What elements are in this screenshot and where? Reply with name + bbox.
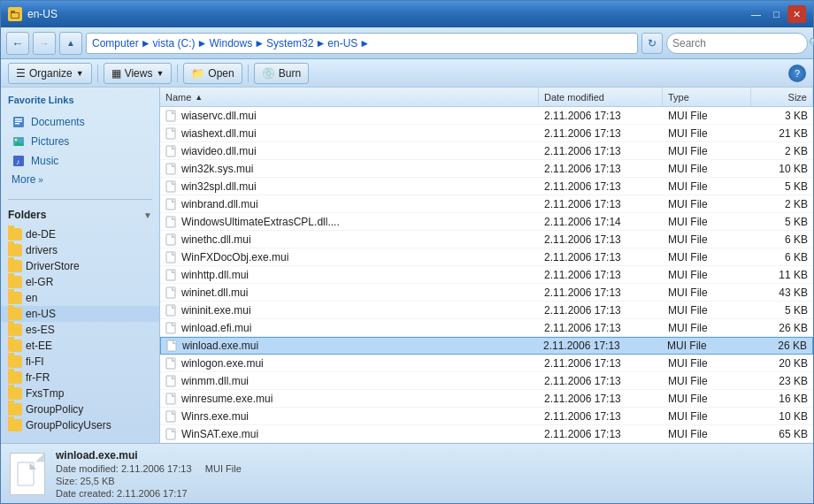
file-icon: [165, 110, 178, 122]
file-row[interactable]: WindowsUltimateExtrasCPL.dll.... 2.11.20…: [160, 213, 813, 231]
refresh-button[interactable]: ↻: [641, 33, 663, 54]
file-row[interactable]: win32k.sys.mui 2.11.2006 17:13 MUI File …: [160, 160, 813, 178]
title-bar: en-US — □ ✕: [1, 1, 813, 27]
file-row[interactable]: wiashext.dll.mui 2.11.2006 17:13 MUI Fil…: [160, 125, 813, 142]
file-date-cell: 2.11.2006 17:13: [539, 110, 663, 122]
maximize-button[interactable]: □: [767, 5, 786, 23]
folder-label: GroupPolicyUsers: [26, 419, 111, 431]
file-row[interactable]: wininet.dll.mui 2.11.2006 17:13 MUI File…: [160, 284, 813, 302]
file-type-cell: MUI File: [663, 127, 751, 140]
file-name-cell: wininet.dll.mui: [160, 286, 539, 299]
sidebar-item-music[interactable]: ♪ Music: [8, 151, 152, 171]
file-date-cell: 2.11.2006 17:13: [539, 357, 663, 370]
minimize-button[interactable]: —: [747, 5, 765, 23]
svg-rect-24: [166, 217, 175, 227]
file-icon: [165, 269, 178, 281]
svg-rect-6: [15, 123, 19, 125]
col-header-name[interactable]: Name ▲: [160, 88, 539, 106]
file-icon: [165, 251, 178, 263]
file-type-cell: MUI File: [663, 198, 751, 210]
svg-rect-16: [166, 146, 175, 157]
file-name-cell: winbrand.dll.mui: [160, 198, 539, 210]
file-name-cell: Winrs.exe.mui: [160, 410, 539, 423]
open-button[interactable]: 📁 Open: [183, 63, 242, 84]
folder-item-el-gr[interactable]: el-GR: [1, 274, 159, 290]
file-row[interactable]: WinSAT.exe.mui 2.11.2006 17:13 MUI File …: [160, 425, 813, 443]
organize-button[interactable]: ☰ Organize ▼: [8, 63, 92, 84]
path-system32[interactable]: System32: [266, 37, 313, 50]
svg-rect-48: [166, 429, 175, 439]
folder-item-drivers[interactable]: drivers: [1, 242, 159, 258]
organize-icon: ☰: [16, 67, 26, 80]
file-row[interactable]: WinFXDocObj.exe.mui 2.11.2006 17:13 MUI …: [160, 248, 813, 266]
file-row[interactable]: winhttp.dll.mui 2.11.2006 17:13 MUI File…: [160, 266, 813, 284]
address-path[interactable]: Computer ► vista (C:) ► Windows ► System…: [86, 33, 638, 54]
file-type-cell: MUI File: [663, 163, 751, 175]
file-date-cell: 2.11.2006 17:13: [539, 233, 663, 246]
svg-rect-34: [166, 305, 175, 316]
file-name: winload.efi.mui: [181, 322, 251, 334]
folder-item-fi-fi[interactable]: fi-FI: [1, 354, 159, 370]
toolbar-separator-1: [97, 65, 98, 82]
folder-icon: [8, 292, 22, 304]
up-button[interactable]: ▲: [59, 32, 82, 55]
folder-item-et-ee[interactable]: et-EE: [1, 338, 159, 354]
title-bar-left: en-US: [8, 7, 58, 21]
music-icon: ♪: [12, 154, 26, 168]
file-row[interactable]: winresume.exe.mui 2.11.2006 17:13 MUI Fi…: [160, 390, 813, 408]
file-type-cell: MUI File: [663, 357, 751, 370]
back-button[interactable]: ←: [6, 32, 29, 55]
folder-item-fr-fr[interactable]: fr-FR: [1, 370, 159, 386]
file-type-cell: MUI File: [663, 269, 751, 281]
folder-item-fxstmp[interactable]: FxsTmp: [1, 386, 159, 401]
file-row[interactable]: win32spl.dll.mui 2.11.2006 17:13 MUI Fil…: [160, 178, 813, 195]
svg-rect-44: [166, 393, 175, 404]
file-size-cell: 20 KB: [751, 357, 813, 370]
file-row[interactable]: wiaservc.dll.mui 2.11.2006 17:13 MUI Fil…: [160, 107, 813, 125]
col-header-type[interactable]: Type: [663, 88, 751, 106]
folder-item-grouppolicyusers[interactable]: GroupPolicyUsers: [1, 417, 159, 433]
search-input[interactable]: [672, 37, 805, 50]
file-name: winmm.dll.mui: [181, 375, 249, 387]
sidebar-item-pictures[interactable]: Pictures: [8, 132, 152, 151]
path-windows[interactable]: Windows: [209, 37, 252, 50]
file-row[interactable]: winload.efi.mui 2.11.2006 17:13 MUI File…: [160, 319, 813, 337]
path-computer[interactable]: Computer: [92, 37, 139, 50]
file-row[interactable]: winbrand.dll.mui 2.11.2006 17:13 MUI Fil…: [160, 195, 813, 213]
folder-item-en[interactable]: en: [1, 290, 159, 306]
folder-icon: [8, 244, 22, 256]
folders-header[interactable]: Folders ▼: [1, 203, 159, 225]
close-button[interactable]: ✕: [787, 5, 806, 23]
file-row[interactable]: Winrs.exe.mui 2.11.2006 17:13 MUI File 1…: [160, 408, 813, 425]
file-row[interactable]: wiavideo.dll.mui 2.11.2006 17:13 MUI Fil…: [160, 142, 813, 160]
file-row[interactable]: wininit.exe.mui 2.11.2006 17:13 MUI File…: [160, 302, 813, 319]
forward-button[interactable]: →: [33, 32, 56, 55]
file-row[interactable]: winethc.dll.mui 2.11.2006 17:13 MUI File…: [160, 231, 813, 248]
file-icon: [165, 410, 178, 423]
views-button[interactable]: ▦ Views ▼: [104, 63, 173, 84]
file-name-cell: winresume.exe.mui: [160, 393, 539, 405]
path-drive[interactable]: vista (C:): [153, 37, 196, 50]
file-row[interactable]: winlogon.exe.mui 2.11.2006 17:13 MUI Fil…: [160, 355, 813, 372]
toolbar: ☰ Organize ▼ ▦ Views ▼ 📁 Open 💿 Burn ?: [1, 59, 813, 88]
folder-item-grouppolicy[interactable]: GroupPolicy: [1, 401, 159, 417]
folder-item-en-us[interactable]: en-US: [1, 306, 159, 322]
folder-item-de-de[interactable]: de-DE: [1, 226, 159, 242]
music-label: Music: [31, 155, 58, 167]
sidebar-item-documents[interactable]: Documents: [8, 112, 152, 132]
col-header-date[interactable]: Date modified: [539, 88, 663, 106]
folder-item-driverstore[interactable]: DriverStore: [1, 258, 159, 274]
svg-rect-18: [166, 164, 175, 174]
help-button[interactable]: ?: [788, 65, 806, 82]
file-name: win32k.sys.mui: [181, 163, 253, 175]
file-date-cell: 2.11.2006 17:13: [539, 375, 663, 387]
status-type-label: MUI File: [205, 463, 242, 474]
file-row[interactable]: winload.exe.mui 2.11.2006 17:13 MUI File…: [160, 337, 813, 355]
folder-item-es-es[interactable]: es-ES: [1, 322, 159, 338]
file-row[interactable]: winmm.dll.mui 2.11.2006 17:13 MUI File 2…: [160, 372, 813, 390]
burn-button[interactable]: 💿 Burn: [254, 63, 309, 84]
more-link[interactable]: More »: [8, 171, 152, 188]
col-header-size[interactable]: Size: [751, 88, 813, 106]
path-en-us[interactable]: en-US: [327, 37, 357, 50]
file-type-cell: MUI File: [663, 286, 751, 299]
